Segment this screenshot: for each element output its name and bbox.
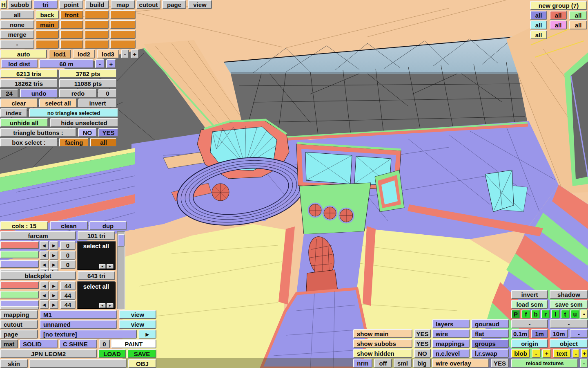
slider-right-arrow[interactable]: ► — [49, 251, 58, 260]
slider-left-arrow[interactable]: ◄ — [40, 291, 49, 300]
group-all-yellow[interactable]: all — [530, 30, 547, 39]
group-all-red[interactable]: all — [550, 11, 567, 20]
blob-button[interactable]: blob — [511, 349, 530, 358]
reload-textures-button[interactable]: reload textures — [511, 359, 578, 368]
cutout-label[interactable]: cutout — [0, 320, 38, 329]
wire-overlay-toggle[interactable]: YES — [491, 359, 509, 368]
nrm-sml-button[interactable]: sml — [394, 359, 412, 368]
color-next-arrow[interactable]: ► — [107, 264, 114, 269]
slider-right-arrow[interactable]: ► — [49, 241, 58, 250]
proj-r-button[interactable]: r — [541, 310, 550, 319]
slider-right-arrow[interactable]: ► — [49, 260, 58, 269]
slider-left-arrow[interactable]: ◄ — [40, 241, 49, 250]
group-slot[interactable] — [110, 40, 136, 49]
group-slot[interactable] — [110, 20, 136, 29]
right-dash-button[interactable]: - — [511, 319, 548, 328]
show-main-toggle[interactable]: YES — [414, 329, 431, 338]
proj-u-button[interactable]: u — [570, 310, 579, 319]
group-slot[interactable] — [36, 40, 59, 49]
undo-button[interactable]: undo — [20, 89, 58, 98]
proj-dot-button[interactable]: • — [580, 310, 588, 319]
group-slot[interactable] — [85, 10, 109, 19]
subob-front[interactable]: front — [60, 10, 83, 19]
slider-left-arrow[interactable]: ◄ — [40, 251, 49, 260]
hide-unselected-button[interactable]: hide unselected — [50, 118, 118, 127]
lod-dist-value[interactable]: 60 m — [39, 59, 94, 68]
menu-tri[interactable]: tri — [33, 0, 58, 9]
mat-shine-value[interactable]: 0 — [99, 339, 110, 348]
save-button[interactable]: SAVE — [127, 349, 156, 358]
nrm-off-button[interactable]: off — [374, 359, 392, 368]
mappings-button[interactable]: mappings — [432, 339, 470, 348]
slider-green[interactable] — [0, 291, 39, 298]
slider-green[interactable] — [0, 251, 39, 258]
shadow-button[interactable]: shadow — [550, 290, 588, 299]
lrswap-button[interactable]: l.r.swap — [471, 349, 509, 358]
cols-scrollbar-thumb[interactable] — [118, 234, 125, 247]
grid-1m-button[interactable]: 1m — [531, 329, 548, 338]
menu-cutout[interactable]: cutout — [136, 0, 160, 9]
select-all-button[interactable]: select all — [39, 99, 77, 108]
lod-1[interactable]: lod1 — [49, 49, 71, 58]
proj-t-button[interactable]: t — [561, 310, 570, 319]
menu-h-button[interactable]: H — [0, 0, 7, 9]
slider-blue[interactable] — [0, 260, 39, 268]
slider-right-arrow[interactable]: ► — [49, 291, 58, 300]
menu-subob[interactable]: subob — [8, 0, 32, 9]
box-select-all[interactable]: all — [90, 138, 117, 147]
new-group-button[interactable]: new group (7) — [530, 1, 587, 10]
index-button[interactable]: index — [0, 108, 27, 117]
show-subobs-label[interactable]: show subobs — [353, 339, 412, 348]
menu-point[interactable]: point — [59, 0, 83, 9]
slider-right-arrow[interactable]: ► — [49, 281, 58, 290]
nclevel-button[interactable]: n.c.level — [432, 349, 470, 358]
origin-button[interactable]: origin — [511, 339, 548, 348]
group-all-pink[interactable]: all — [550, 20, 567, 29]
subob-none[interactable]: none — [0, 20, 34, 29]
show-hidden-label[interactable]: show hidden — [353, 349, 412, 358]
menu-page[interactable]: page — [162, 0, 186, 9]
show-hidden-toggle[interactable]: NO — [414, 349, 431, 358]
page-value[interactable]: [no texture] — [40, 330, 137, 339]
group-all-cyan[interactable]: all — [530, 20, 547, 29]
slider-red[interactable] — [0, 281, 39, 289]
gouraud-button[interactable]: gouraud — [471, 319, 509, 328]
load-scm-button[interactable]: load scm — [511, 300, 548, 309]
mapping-view-button[interactable]: view — [119, 310, 156, 319]
grid-dash-button[interactable]: - — [570, 329, 588, 338]
group-slot[interactable] — [60, 40, 83, 49]
color-group-name[interactable]: blackplst — [0, 271, 76, 280]
lod-3[interactable]: lod3 — [97, 49, 119, 58]
slider-left-arrow[interactable]: ◄ — [40, 260, 49, 269]
subob-merge[interactable]: merge — [0, 30, 34, 39]
color-next-arrow[interactable]: ► — [107, 303, 114, 308]
slider-left-arrow[interactable]: ◄ — [40, 300, 49, 309]
group-all-peach[interactable]: all — [569, 20, 587, 29]
grid-0-1m-button[interactable]: 0.1m — [511, 329, 529, 338]
invert-button[interactable]: invert — [78, 99, 117, 108]
slider-left-arrow[interactable]: ◄ — [40, 281, 49, 290]
skin-button[interactable]: skin — [0, 359, 28, 368]
lod-plus[interactable]: + — [131, 49, 139, 58]
lod-auto[interactable]: auto — [0, 49, 47, 58]
page-label[interactable]: page — [0, 330, 38, 339]
groups-button[interactable]: groups — [471, 339, 509, 348]
obj-button[interactable]: OBJ — [128, 359, 156, 368]
group-slot[interactable] — [85, 40, 109, 49]
lod-2[interactable]: lod2 — [73, 49, 95, 58]
cols-dup-button[interactable]: dup — [89, 221, 127, 230]
invert-selection-button[interactable]: invert — [511, 290, 548, 299]
triangle-buttons-yes[interactable]: YES — [98, 128, 118, 137]
text-minus[interactable]: - — [572, 349, 579, 358]
slider-right-arrow[interactable]: ► — [49, 300, 58, 309]
mapping-label[interactable]: mapping — [0, 310, 38, 319]
nrm-big-button[interactable]: big — [413, 359, 431, 368]
flat-button[interactable]: flat — [471, 329, 509, 338]
right-dash-button[interactable]: - — [550, 319, 588, 328]
save-scm-button[interactable]: save scm — [550, 300, 588, 309]
mat-solid-button[interactable]: SOLID — [19, 339, 58, 348]
text-plus[interactable]: + — [581, 349, 588, 358]
group-slot[interactable] — [60, 30, 83, 39]
group-all-purple[interactable]: all — [530, 11, 547, 20]
model-file-name[interactable]: JPN LEOM2 — [0, 349, 97, 358]
